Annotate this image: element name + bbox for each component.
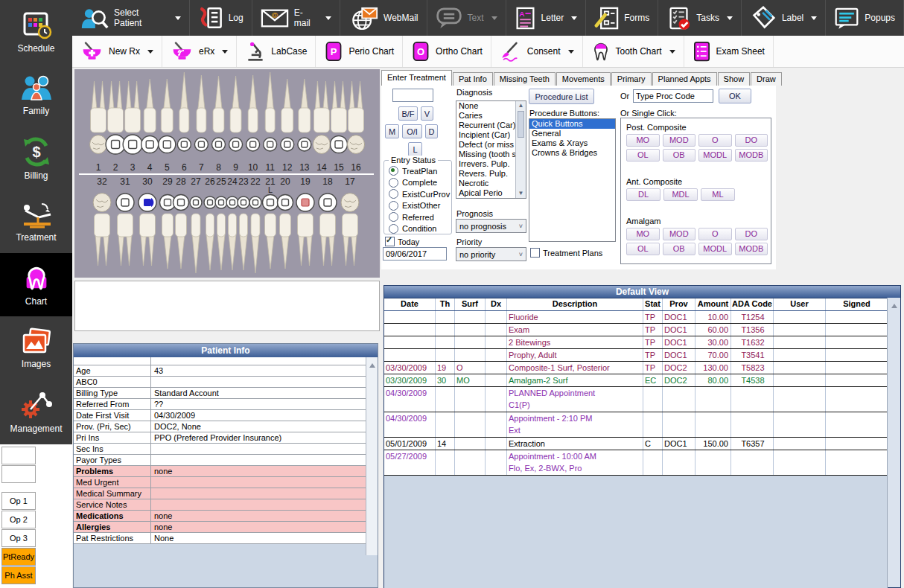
single-click-ant-composite-mdl-button[interactable]: MDL (663, 188, 698, 201)
procedure-row[interactable]: 2 BitewingsTPDOC130.00T1632 (384, 336, 888, 349)
single-click-amalgam-do-button[interactable]: DO (735, 228, 768, 240)
surface-l-button[interactable]: L (408, 142, 422, 156)
today-checkbox[interactable]: Today (385, 237, 419, 246)
operatory-blank-cell[interactable] (1, 465, 36, 483)
column-header-ada-code[interactable]: ADA Code (730, 298, 773, 310)
entry-status-option-condition[interactable]: Condition (384, 223, 451, 235)
sidebar-item-images[interactable]: Images (0, 316, 72, 380)
patient-info-row-billing-type[interactable]: Billing TypeStandard Account (74, 388, 366, 399)
entry-status-option-treatplan[interactable]: TreatPlan (384, 165, 451, 177)
scroll-up-icon[interactable] (369, 360, 375, 368)
patient-info-row-problems[interactable]: Problemsnone (74, 466, 366, 477)
dropdown-arrow-icon[interactable] (568, 50, 574, 54)
entry-status-option-complete[interactable]: Complete (384, 177, 451, 189)
sidebar-item-schedule[interactable]: Schedule (0, 0, 72, 63)
scroll-down-icon[interactable]: ▼ (516, 189, 526, 198)
diagnosis-item[interactable]: Caries (456, 111, 516, 121)
radio-icon[interactable] (389, 178, 398, 188)
tab-draw[interactable]: Draw (751, 72, 782, 86)
single-click-post-composite-modb-button[interactable]: MODB (735, 149, 768, 162)
sidebar-item-billing[interactable]: $Billing (0, 127, 72, 190)
surface-m-button[interactable]: M (385, 124, 399, 138)
dropdown-arrow-icon[interactable] (571, 16, 577, 20)
diagnosis-item[interactable]: Recurrent (Car) (456, 121, 516, 130)
new-rx-button[interactable]: New Rx (72, 36, 162, 67)
column-header-dx[interactable]: Dx (485, 298, 506, 310)
dropdown-arrow-icon[interactable] (147, 50, 153, 54)
column-header-surf[interactable]: Surf (454, 298, 485, 310)
treatment-plans-checkbox[interactable]: Treatment Plans (530, 248, 602, 258)
patient-info-row-pri-ins[interactable]: Pri InsPPO (Prefered Provider Insurance) (74, 432, 366, 444)
diagnosis-item[interactable]: None (456, 101, 516, 111)
diagnosis-item[interactable]: Missing (tooth s (456, 150, 516, 159)
op-2-button[interactable]: Op 2 (1, 511, 36, 528)
procedure-row[interactable]: 03/30/200930MOAmalgam-2 SurfECDOC280.00T… (384, 374, 888, 387)
sidebar-item-management[interactable]: Management (0, 380, 72, 443)
tab-missing-teeth[interactable]: Missing Teeth (494, 72, 556, 86)
label-button[interactable]: Label (742, 0, 826, 36)
patient-info-row-date-first-visit[interactable]: Date First Visit04/30/2009 (74, 410, 366, 421)
exam-sheet-button[interactable]: Exam Sheet (684, 36, 774, 67)
e-mail-button[interactable]: @E-mail (252, 0, 340, 36)
sidebar-item-chart[interactable]: Chart (0, 253, 72, 316)
patient-info-row-allergies[interactable]: Allergiesnone (74, 522, 366, 533)
dropdown-arrow-icon[interactable] (491, 16, 497, 20)
procedure-button-list-item[interactable]: Quick Buttons (529, 119, 615, 129)
single-click-post-composite-o-button[interactable]: O (698, 134, 732, 147)
single-click-ant-composite-dl-button[interactable]: DL (626, 188, 661, 201)
patient-info-row-medications[interactable]: Medicationsnone (74, 511, 366, 522)
single-click-amalgam-ob-button[interactable]: OB (663, 243, 696, 255)
treatment-plans-checkbox-box[interactable] (530, 248, 540, 258)
patient-info-row-pat-restrictions[interactable]: Pat RestrictionsNone (74, 533, 366, 544)
op-1-button[interactable]: Op 1 (1, 492, 36, 510)
consent-button[interactable]: Consent (491, 36, 583, 67)
procedure-row[interactable]: 03/30/200919OComposite-1 Surf, Posterior… (384, 362, 888, 374)
single-click-post-composite-modl-button[interactable]: MODL (698, 149, 732, 162)
single-click-amalgam-mod-button[interactable]: MOD (663, 228, 696, 240)
ph-asst-button[interactable]: Ph Asst (1, 566, 36, 584)
radio-icon[interactable] (389, 166, 398, 176)
dropdown-arrow-icon[interactable] (669, 50, 675, 54)
diagnosis-item[interactable]: Apical Perio (456, 188, 516, 198)
patient-info-row-sec-ins[interactable]: Sec Ins (74, 444, 366, 455)
diagnosis-item[interactable]: Irrevers. Pulp. (456, 159, 516, 169)
tooth-chart[interactable]: 1234567891011121314151632313029282726252… (74, 69, 380, 278)
dropdown-arrow-icon[interactable] (175, 16, 181, 20)
letter-button[interactable]: ALetter (506, 0, 587, 36)
tab-show[interactable]: Show (718, 72, 751, 86)
procedure-row[interactable]: FluorideTPDOC110.00T1254 (384, 311, 888, 324)
tab-primary[interactable]: Primary (611, 72, 652, 86)
tab-enter-treatment[interactable]: Enter Treatment (381, 70, 452, 86)
sidebar-item-family[interactable]: Family (0, 63, 72, 127)
diagnosis-listbox[interactable]: NoneCariesRecurrent (Car)Incipient (Car)… (456, 100, 526, 199)
procedure-button-list-item[interactable]: General (529, 129, 615, 138)
diagnosis-scrollbar[interactable]: ▲ ▼ (515, 101, 526, 198)
procedure-row[interactable]: ExamTPDOC160.00T1356 (384, 324, 888, 336)
radio-icon[interactable] (389, 224, 398, 234)
single-click-amalgam-o-button[interactable]: O (698, 228, 732, 240)
patient-info-row-medical-summary[interactable]: Medical Summary (74, 488, 366, 499)
column-header-description[interactable]: Description (506, 298, 643, 310)
procedure-list-button[interactable]: Procedure List (529, 89, 594, 104)
operatory-blank-cell[interactable] (1, 447, 36, 464)
entry-status-option-existcurprov[interactable]: ExistCurProv (384, 188, 451, 200)
op-3-button[interactable]: Op 3 (1, 529, 36, 547)
dropdown-arrow-icon[interactable] (222, 50, 228, 54)
surface-oi-button[interactable]: O/I (402, 124, 422, 138)
scroll-thumb[interactable] (518, 111, 524, 138)
radio-icon[interactable] (389, 201, 398, 211)
surface-v-button[interactable]: V (421, 106, 433, 121)
column-header-prov[interactable]: Prov (662, 298, 695, 310)
today-checkbox-box[interactable] (385, 237, 395, 246)
forms-button[interactable]: Forms (586, 0, 658, 36)
radio-icon[interactable] (389, 189, 398, 199)
scroll-up-icon[interactable] (891, 301, 897, 308)
erx-button[interactable]: eRx (162, 36, 237, 67)
proc-code-input[interactable] (633, 89, 713, 103)
radio-icon[interactable] (389, 212, 398, 222)
entry-status-option-existother[interactable]: ExistOther (384, 200, 451, 212)
patient-info-row-service-notes[interactable]: Service Notes (74, 499, 366, 511)
popups-button[interactable]: Popups (826, 0, 904, 36)
entry-status-option-referred[interactable]: Referred (384, 211, 451, 223)
single-click-amalgam-modl-button[interactable]: MODL (698, 243, 732, 255)
